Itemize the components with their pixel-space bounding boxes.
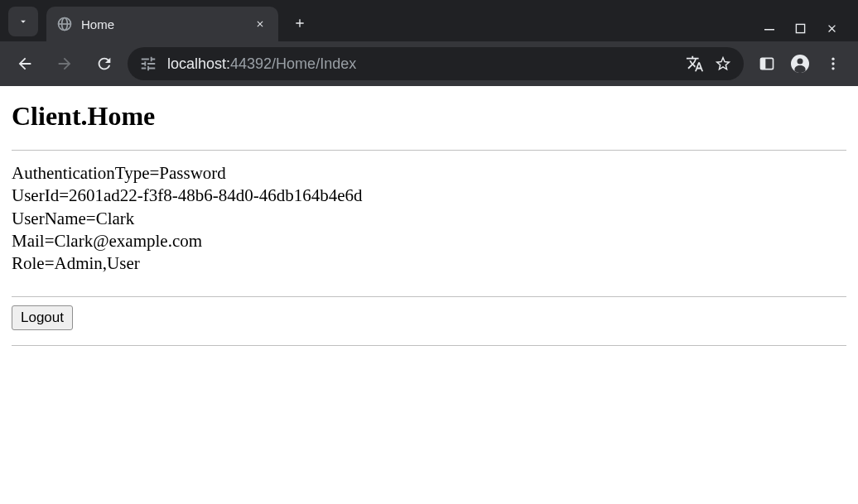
arrow-left-icon [16, 55, 34, 73]
toolbar-row: localhost:44392/Home/Index [0, 41, 858, 86]
minimize-icon [764, 23, 775, 35]
side-panel-button[interactable] [759, 55, 775, 72]
profile-button[interactable] [790, 54, 810, 74]
logout-button[interactable]: Logout [12, 305, 73, 330]
minimize-button[interactable] [764, 23, 775, 35]
svg-rect-4 [796, 24, 804, 32]
arrow-right-icon [55, 55, 74, 73]
close-window-button[interactable] [826, 22, 838, 35]
reload-icon [95, 55, 113, 73]
new-tab-button[interactable] [285, 8, 315, 38]
profile-icon [790, 54, 810, 74]
claim-auth-type: AuthenticationType=Password [12, 162, 846, 185]
svg-rect-6 [761, 58, 766, 69]
kebab-icon [825, 55, 841, 72]
maximize-button[interactable] [795, 23, 806, 34]
url-port: 44392 [230, 55, 272, 72]
close-icon [826, 22, 838, 35]
back-button[interactable] [8, 47, 41, 80]
chevron-down-icon [17, 16, 29, 27]
svg-point-9 [831, 58, 834, 60]
page-content: Client.Home AuthenticationType=Password … [0, 86, 858, 346]
maximize-icon [795, 23, 806, 34]
tune-icon [139, 55, 157, 73]
divider [12, 345, 846, 346]
star-icon [714, 55, 732, 73]
reload-button[interactable] [88, 47, 121, 80]
tab-bar: Home [0, 0, 858, 41]
side-panel-icon [759, 55, 775, 72]
claims-block: AuthenticationType=Password UserId=2601a… [12, 151, 846, 296]
browser-chrome: Home [0, 0, 858, 86]
tab-search-button[interactable] [8, 7, 38, 36]
url-path: /Home/Index [272, 55, 356, 72]
browser-tab[interactable]: Home [46, 7, 278, 41]
bookmark-button[interactable] [714, 55, 732, 73]
toolbar-icons [750, 54, 850, 74]
close-icon [255, 19, 265, 29]
plus-icon [293, 17, 306, 30]
tab-close-button[interactable] [252, 16, 268, 32]
svg-point-10 [831, 62, 834, 65]
svg-point-8 [798, 59, 803, 65]
page-heading: Client.Home [12, 101, 846, 132]
url-text: localhost:44392/Home/Index [167, 55, 676, 73]
url-host: localhost: [167, 55, 230, 72]
claim-userid: UserId=2601ad22-f3f8-48b6-84d0-46db164b4… [12, 185, 846, 207]
claim-username: UserName=Clark [12, 208, 846, 230]
address-bar[interactable]: localhost:44392/Home/Index [128, 47, 744, 80]
svg-point-11 [831, 67, 834, 70]
divider [12, 296, 846, 297]
globe-icon [56, 16, 73, 32]
claim-role: Role=Admin,User [12, 252, 846, 275]
svg-rect-3 [764, 29, 774, 31]
translate-button[interactable] [686, 55, 704, 73]
menu-button[interactable] [825, 55, 841, 72]
tab-title: Home [81, 17, 243, 31]
site-info-button[interactable] [139, 55, 157, 73]
translate-icon [686, 55, 704, 73]
window-controls [764, 22, 858, 35]
forward-button[interactable] [48, 47, 81, 80]
claim-mail: Mail=Clark@example.com [12, 230, 846, 252]
